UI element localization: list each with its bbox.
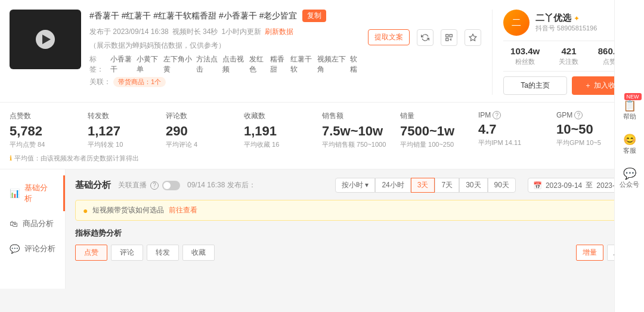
video-thumbnail xyxy=(10,10,81,69)
refresh-link[interactable]: 刷新数据 xyxy=(265,27,293,37)
shopping-icon: 🛍 xyxy=(10,219,18,228)
new-badge: NEW xyxy=(624,93,642,100)
incremental-button[interactable]: 增量 xyxy=(576,245,603,261)
sidebar-item-comment-analysis[interactable]: 💬 评论分析 xyxy=(0,236,65,261)
time-btn-90d[interactable]: 90天 xyxy=(488,178,516,193)
following-count: 421 xyxy=(547,46,590,56)
tab-collects[interactable]: 收藏 xyxy=(182,245,215,261)
chart-icon: 📊 xyxy=(10,189,20,198)
play-icon[interactable] xyxy=(36,30,55,49)
analysis-header: 基础分析 关联直播 ? 09/14 16:38 发布后： 按小时 ▾ 24小时 … xyxy=(75,178,634,193)
tab-likes[interactable]: 点赞 xyxy=(75,245,107,261)
time-btn-24h[interactable]: 24小时 xyxy=(375,178,410,193)
time-btn-3d[interactable]: 3天 xyxy=(411,178,435,193)
metric-tabs: 点赞 评论 转发 收藏 xyxy=(75,245,215,261)
live-help-icon[interactable]: ? xyxy=(150,181,159,190)
video-info-panel: #香薯干 #红薯干 #红薯干软糯香甜 #小香薯干 #老少皆宜 复制 发布于 20… xyxy=(89,10,481,95)
main-content: 基础分析 关联直播 ? 09/14 16:38 发布后： 按小时 ▾ 24小时 … xyxy=(66,169,644,289)
bottom-section: 📊 基础分析 🛍 商品分析 💬 评论分析 基础分析 关联直播 ? xyxy=(0,169,644,289)
action-icons: 提取文案 xyxy=(368,27,481,46)
video-title: #香薯干 #红薯干 #红薯干软糯香甜 #小香薯干 #老少皆宜 xyxy=(89,11,298,21)
user-name: 二丫优选 xyxy=(535,13,571,24)
metric-ipm: IPM ? 4.7 平均IPM 14.11 xyxy=(478,111,556,149)
stats-bar: 点赞数 5,782 平均点赞 84 转发数 1,127 平均转发 10 评论数 … xyxy=(0,103,644,169)
related-row: 关联： 带货商品：1个 xyxy=(89,77,362,87)
sidebar-item-goods-analysis[interactable]: 🛍 商品分析 xyxy=(0,211,65,236)
extract-button[interactable]: 提取文案 xyxy=(368,29,410,45)
fans-count: 103.4w xyxy=(503,46,547,56)
time-btn-7d[interactable]: 7天 xyxy=(435,178,459,193)
avatar: 二 xyxy=(503,10,530,36)
ipm-help-icon[interactable]: ? xyxy=(493,111,501,119)
star-icon-btn[interactable] xyxy=(465,29,481,46)
time-btn-30d[interactable]: 30天 xyxy=(459,178,487,193)
tags-row: 标签： 小香薯干 小黄下单 左下角小黄 方法点击 点击视频 发红色 糯香甜 红薯… xyxy=(89,54,362,75)
comment-icon: 💬 xyxy=(10,244,20,254)
analysis-title: 基础分析 xyxy=(75,180,111,191)
side-nav-wechat[interactable]: 💬 公众号 xyxy=(617,163,643,193)
vip-badge: ✦ xyxy=(574,14,580,23)
time-filter-buttons: 按小时 ▾ 24小时 3天 7天 30天 90天 xyxy=(335,178,516,193)
fans-stat: 103.4w 粉丝数 xyxy=(503,46,547,66)
metric-repost: 转发数 1,127 平均转发 10 xyxy=(88,111,166,149)
left-nav: 📊 基础分析 🛍 商品分析 💬 评论分析 xyxy=(0,169,66,289)
video-meta: 发布于 2023/09/14 16:38 视频时长 34秒 1小时内更新 刷新数… xyxy=(89,27,362,51)
calendar-icon: 📅 xyxy=(533,181,542,190)
live-toggle[interactable] xyxy=(162,181,180,190)
metric-collect: 收藏数 1,191 平均收藏 16 xyxy=(244,111,322,149)
help-icon: 📋 xyxy=(617,99,643,112)
metric-tabs-row: 点赞 评论 转发 收藏 增量 总量 xyxy=(75,245,634,261)
plus-icon: ＋ xyxy=(584,81,592,91)
wechat-icon: 💬 xyxy=(617,167,643,180)
tip-box: ● 短视频带货该如何选品 前往查看 xyxy=(75,200,634,221)
time-btn-hourly[interactable]: 按小时 ▾ xyxy=(335,178,375,193)
svg-marker-3 xyxy=(469,34,476,41)
metric-sales-amount: 销售额 7.5w~10w 平均销售额 750~1000 xyxy=(322,111,400,149)
sidebar-item-basic-analysis[interactable]: 📊 基础分析 xyxy=(0,175,65,211)
avg-hint: ℹ 平均值：由该视频发布者历史数据计算得出 xyxy=(10,154,634,163)
side-nav-service[interactable]: 😊 客服 xyxy=(617,129,643,159)
metric-likes: 点赞数 5,782 平均点赞 84 xyxy=(10,111,88,149)
tab-reposts[interactable]: 转发 xyxy=(147,245,179,261)
copy-button[interactable]: 复制 xyxy=(302,10,326,22)
profile-button[interactable]: Ta的主页 xyxy=(503,76,567,95)
publish-info: 09/14 16:38 发布后： xyxy=(187,180,256,190)
side-nav: 📋 帮助 NEW 😊 客服 💬 公众号 xyxy=(614,0,644,312)
stats-grid: 点赞数 5,782 平均点赞 84 转发数 1,127 平均转发 10 评论数 … xyxy=(10,111,634,149)
following-stat: 421 关注数 xyxy=(547,46,590,66)
gpm-help-icon[interactable]: ? xyxy=(574,111,583,119)
metric-comments: 评论数 290 平均评论 4 xyxy=(166,111,244,149)
svg-rect-1 xyxy=(450,35,452,37)
goods-badge[interactable]: 带货商品：1个 xyxy=(113,77,166,87)
user-platform-id: 抖音号 58905815196 xyxy=(535,24,597,33)
tip-link[interactable]: 前往查看 xyxy=(169,205,197,215)
service-icon: 😊 xyxy=(617,133,643,146)
metric-sales-count: 销量 7500~1w 平均销量 100~250 xyxy=(400,111,478,149)
warning-icon: ● xyxy=(83,206,88,215)
tab-comments[interactable]: 评论 xyxy=(111,245,143,261)
refresh-icon-btn[interactable] xyxy=(417,29,434,46)
trend-title: 指标趋势分析 xyxy=(75,228,634,239)
live-link-row: 关联直播 ? xyxy=(118,180,180,190)
share-icon-btn[interactable] xyxy=(441,29,457,46)
svg-rect-2 xyxy=(446,38,448,41)
svg-rect-0 xyxy=(446,35,448,37)
